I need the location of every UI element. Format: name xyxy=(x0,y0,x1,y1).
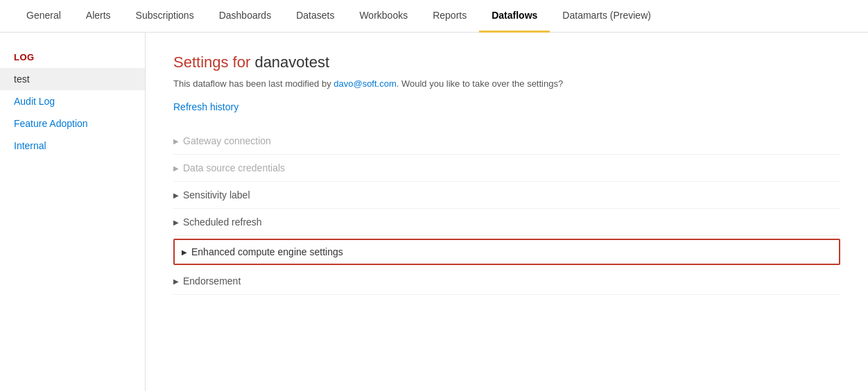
subtitle-after: . Would you like to take over the settin… xyxy=(397,78,563,89)
chevron-icon: ▶ xyxy=(173,164,179,172)
nav-dashboards[interactable]: Dashboards xyxy=(207,0,284,33)
section-gateway-label: Gateway connection xyxy=(183,135,271,146)
section-sensitivity[interactable]: ▶ Sensitivity label xyxy=(173,182,840,209)
nav-workbooks[interactable]: Workbooks xyxy=(347,0,420,33)
sidebar-item-internal[interactable]: Internal xyxy=(0,135,145,157)
sections-container: ▶ Gateway connection ▶ Data source crede… xyxy=(173,128,840,295)
section-gateway[interactable]: ▶ Gateway connection xyxy=(173,128,840,155)
section-scheduled[interactable]: ▶ Scheduled refresh xyxy=(173,209,840,236)
sidebar-item-audit-log[interactable]: Audit Log xyxy=(0,90,145,112)
nav-general[interactable]: General xyxy=(14,0,73,33)
sidebar-item-log[interactable]: LOG xyxy=(0,46,145,68)
sidebar: LOG test Audit Log Feature Adoption Inte… xyxy=(0,33,146,391)
section-datasource[interactable]: ▶ Data source credentials xyxy=(173,155,840,182)
section-datasource-label: Data source credentials xyxy=(183,162,285,173)
nav-dataflows[interactable]: Dataflows xyxy=(479,0,550,33)
sidebar-item-test[interactable]: test xyxy=(0,68,145,90)
main-layout: LOG test Audit Log Feature Adoption Inte… xyxy=(0,33,868,391)
section-enhanced[interactable]: ▶ Enhanced compute engine settings xyxy=(173,239,840,265)
nav-datamarts[interactable]: Datamarts (Preview) xyxy=(550,0,663,33)
page-title-name: danavotest xyxy=(254,53,329,71)
page-title-prefix: Settings for xyxy=(173,53,254,71)
nav-subscriptions[interactable]: Subscriptions xyxy=(123,0,207,33)
section-endorsement-label: Endorsement xyxy=(183,275,241,287)
nav-alerts[interactable]: Alerts xyxy=(73,0,123,33)
chevron-icon: ▶ xyxy=(173,191,179,199)
refresh-history-link[interactable]: Refresh history xyxy=(173,101,238,112)
page-subtitle: This dataflow has been last modified by … xyxy=(173,78,840,89)
chevron-icon: ▶ xyxy=(173,278,179,285)
section-enhanced-label: Enhanced compute engine settings xyxy=(191,246,343,257)
section-sensitivity-label: Sensitivity label xyxy=(183,189,250,201)
top-nav: General Alerts Subscriptions Dashboards … xyxy=(0,0,868,33)
nav-reports[interactable]: Reports xyxy=(420,0,479,33)
chevron-icon: ▶ xyxy=(182,248,187,256)
subtitle-before: This dataflow has been last modified by xyxy=(173,78,333,89)
subtitle-email[interactable]: davo@soft.com xyxy=(333,78,397,89)
chevron-icon: ▶ xyxy=(173,137,179,145)
chevron-icon: ▶ xyxy=(173,219,179,226)
section-scheduled-label: Scheduled refresh xyxy=(183,216,262,228)
nav-datasets[interactable]: Datasets xyxy=(284,0,347,33)
sidebar-item-feature-adoption[interactable]: Feature Adoption xyxy=(0,112,145,135)
section-endorsement[interactable]: ▶ Endorsement xyxy=(173,268,840,295)
page-title: Settings for danavotest xyxy=(173,53,840,71)
content-area: Settings for danavotest This dataflow ha… xyxy=(146,33,868,391)
